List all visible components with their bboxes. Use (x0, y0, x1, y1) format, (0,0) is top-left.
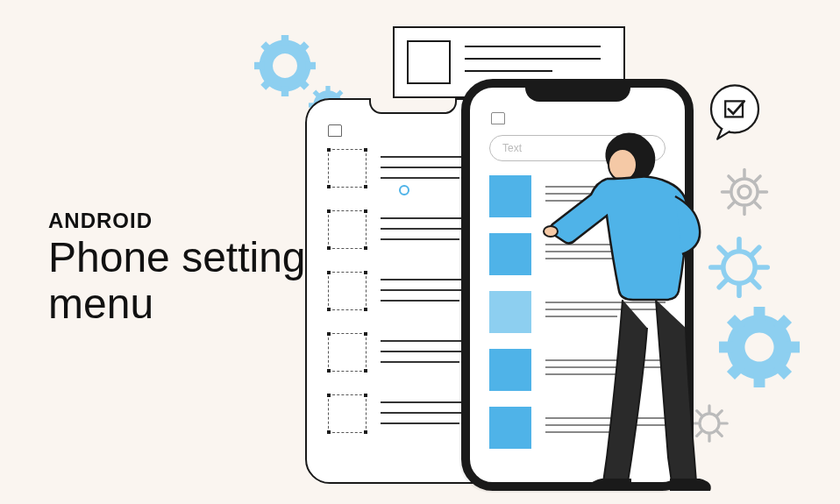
wireframe-thumbnail (407, 40, 451, 84)
wireframe-item (328, 210, 367, 249)
home-icon (491, 112, 505, 124)
svg-rect-38 (785, 342, 800, 353)
search-placeholder: Text (502, 142, 522, 154)
svg-point-52 (400, 186, 409, 195)
wireframe-item (328, 394, 367, 433)
svg-point-17 (738, 186, 751, 198)
menu-item-icon (489, 233, 531, 275)
svg-rect-35 (754, 307, 765, 322)
person-illustration (535, 128, 737, 496)
home-icon (328, 124, 342, 137)
svg-rect-36 (754, 373, 765, 387)
svg-line-22 (755, 176, 760, 181)
headline-title: Phone settings menu (48, 235, 327, 328)
svg-rect-2 (254, 62, 264, 69)
phone-notch (525, 79, 630, 102)
svg-rect-8 (325, 86, 330, 93)
headline-kicker: ANDROID (48, 209, 327, 233)
illustration-group: Text (289, 26, 833, 491)
svg-line-34 (752, 280, 759, 287)
svg-point-53 (609, 149, 637, 181)
menu-item-icon (489, 407, 531, 449)
phone-notch (369, 98, 457, 114)
wireframe-item (328, 333, 367, 372)
menu-item-icon (489, 291, 531, 333)
wireframe-line (465, 46, 601, 47)
checkmark-bubble (703, 81, 766, 144)
svg-rect-0 (281, 35, 288, 45)
svg-line-31 (752, 247, 759, 254)
circle-accent (398, 184, 410, 196)
wireframe-item (328, 272, 367, 310)
menu-item-icon (489, 175, 531, 217)
hero-illustration: ANDROID Phone settings menu (0, 0, 840, 504)
svg-point-54 (544, 226, 558, 237)
wireframe-line (465, 70, 552, 72)
wireframe-item (328, 149, 367, 188)
svg-point-55 (711, 85, 758, 132)
menu-item-icon (489, 349, 531, 391)
svg-line-25 (755, 202, 760, 208)
svg-rect-1 (281, 87, 288, 96)
svg-rect-3 (306, 62, 316, 69)
wireframe-line (465, 58, 601, 60)
gear-icon (254, 35, 316, 96)
headline: ANDROID Phone settings menu (48, 209, 327, 328)
